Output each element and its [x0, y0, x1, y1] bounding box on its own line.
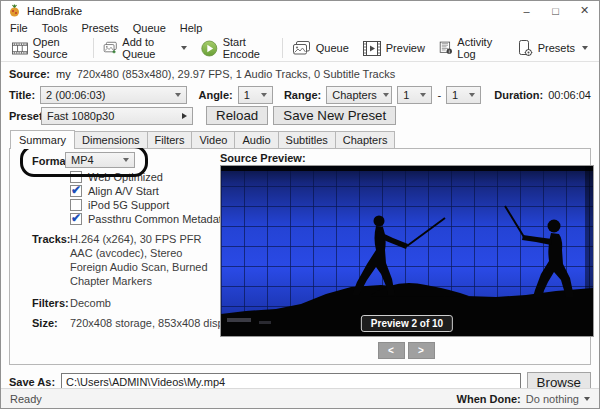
- source-details: 720x480 (853x480), 29.97 FPS, 1 Audio Tr…: [77, 68, 396, 80]
- range-type-select[interactable]: Chapters: [326, 86, 392, 104]
- open-source-label: Open Source: [33, 36, 84, 60]
- window-title: HandBrake: [27, 5, 82, 17]
- when-done-select[interactable]: Do nothing: [526, 393, 590, 405]
- save-as-label: Save As:: [9, 376, 55, 388]
- range-end-select[interactable]: 1: [446, 86, 481, 104]
- passthru-metadata-checkbox[interactable]: ✔ Passthru Common Metadata: [70, 212, 228, 225]
- menu-tools[interactable]: Tools: [35, 22, 75, 34]
- tab-chapters[interactable]: Chapters: [335, 131, 396, 148]
- format-select-value: MP4: [71, 154, 94, 166]
- preview-button[interactable]: Preview: [356, 37, 432, 59]
- title-bar: HandBrake – □ ✕: [1, 1, 599, 20]
- format-select[interactable]: MP4: [65, 152, 135, 168]
- open-source-button[interactable]: Open Source: [5, 37, 91, 59]
- source-preview-label: Source Preview:: [220, 152, 306, 164]
- range-end-value: 1: [452, 89, 458, 101]
- image-stack-icon: [292, 41, 311, 56]
- presets-button[interactable]: Presets: [509, 37, 595, 59]
- preset-label: Preset:: [9, 110, 36, 122]
- title-label: Title:: [9, 89, 35, 101]
- range-start-select[interactable]: 1: [397, 86, 432, 104]
- reload-button[interactable]: Reload: [206, 106, 268, 125]
- start-encode-label: Start Encode: [223, 36, 273, 60]
- align-av-start-checkbox[interactable]: ✔ Align A/V Start: [70, 184, 159, 197]
- close-button[interactable]: ✕: [570, 1, 599, 20]
- menu-queue[interactable]: Queue: [126, 22, 173, 34]
- menu-bar: File Tools Presets Queue Help: [1, 20, 599, 35]
- activity-log-button[interactable]: Activity Log: [432, 37, 509, 59]
- chevron-down-icon: [582, 46, 588, 50]
- maximize-button[interactable]: □: [541, 1, 570, 20]
- range-type-value: Chapters: [332, 89, 377, 101]
- start-encode-button[interactable]: Start Encode: [194, 37, 280, 59]
- preset-select[interactable]: Fast 1080p30: [41, 107, 193, 125]
- source-name: my: [56, 68, 71, 80]
- tab-filters[interactable]: Filters: [147, 131, 193, 148]
- checkbox-icon: [70, 199, 82, 211]
- range-start-value: 1: [403, 89, 409, 101]
- add-to-queue-button[interactable]: Add to Queue: [96, 37, 194, 59]
- track-line: H.264 (x264), 30 FPS PFR: [70, 233, 201, 245]
- checkbox-icon: ✔: [70, 213, 82, 225]
- status-bar: Ready When Done: Do nothing: [1, 388, 599, 408]
- fencers-preview-art: [221, 166, 593, 336]
- chevron-down-icon: [123, 158, 129, 162]
- tab-dimensions[interactable]: Dimensions: [74, 131, 147, 148]
- web-optimized-checkbox[interactable]: Web Optimized: [70, 170, 163, 183]
- tab-video[interactable]: Video: [191, 131, 235, 148]
- source-label: Source:: [9, 68, 50, 80]
- preview-counter-badge: Preview 2 of 10: [361, 315, 453, 332]
- title-row: Title: 2 (00:06:03) Angle: 1 Range: Chap…: [1, 85, 599, 104]
- range-separator: -: [437, 89, 441, 101]
- queue-label: Queue: [316, 42, 349, 54]
- filters-value: Decomb: [70, 297, 111, 309]
- tab-subtitles[interactable]: Subtitles: [278, 131, 336, 148]
- queue-button[interactable]: Queue: [285, 37, 356, 59]
- save-new-preset-button[interactable]: Save New Preset: [273, 106, 396, 125]
- add-to-queue-label: Add to Queue: [122, 36, 174, 60]
- preview-image: Preview 2 of 10: [220, 165, 594, 337]
- align-av-start-label: Align A/V Start: [88, 185, 159, 197]
- title-select[interactable]: 2 (00:06:03): [40, 86, 187, 104]
- preset-select-value: Fast 1080p30: [47, 110, 114, 122]
- minimize-button[interactable]: –: [512, 1, 541, 20]
- chevron-down-icon: [181, 46, 187, 50]
- checkbox-icon: ✔: [70, 185, 82, 197]
- ipod-5g-support-label: iPod 5G Support: [88, 199, 169, 211]
- add-to-queue-icon: [103, 40, 117, 56]
- next-preview-button[interactable]: >: [408, 342, 435, 359]
- track-line: Foreign Audio Scan, Burned: [70, 261, 208, 273]
- tab-summary[interactable]: Summary: [10, 130, 75, 149]
- toolbar-separator: [93, 38, 94, 58]
- ipod-5g-support-checkbox[interactable]: iPod 5G Support: [70, 198, 169, 211]
- activity-log-label: Activity Log: [457, 36, 501, 60]
- track-line: Chapter Markers: [70, 275, 152, 287]
- preset-row: Preset: Fast 1080p30 Reload Save New Pre…: [1, 106, 599, 125]
- presets-gear-icon: [516, 40, 533, 57]
- preview-navigation: < >: [220, 342, 592, 359]
- chevron-right-icon: [182, 113, 187, 119]
- tracks-label: Tracks:: [32, 233, 71, 245]
- preview-label: Preview: [386, 42, 425, 54]
- chevron-down-icon: [420, 93, 426, 97]
- filmstrip-icon: [12, 41, 28, 56]
- chevron-down-icon: [261, 93, 267, 97]
- film-frame-play-icon: [363, 41, 381, 56]
- duration-value: 00:06:04: [548, 89, 591, 101]
- tab-audio[interactable]: Audio: [234, 131, 278, 148]
- size-label: Size:: [32, 317, 58, 329]
- angle-select[interactable]: 1: [238, 86, 273, 104]
- track-line: AAC (avcodec), Stereo: [70, 247, 183, 259]
- activity-log-icon: [439, 40, 452, 56]
- when-done-value: Do nothing: [526, 393, 579, 405]
- summary-pane: Format: MP4 Web Optimized ✔ Align A/V St…: [9, 148, 591, 365]
- chevron-down-icon: [175, 93, 181, 97]
- checkbox-icon: [70, 171, 82, 183]
- menu-presets[interactable]: Presets: [74, 22, 125, 34]
- menu-file[interactable]: File: [3, 22, 35, 34]
- menu-help[interactable]: Help: [173, 22, 210, 34]
- handbrake-window: HandBrake – □ ✕ File Tools Presets Queue…: [0, 0, 600, 409]
- previous-preview-button[interactable]: <: [378, 342, 405, 359]
- angle-label: Angle:: [198, 89, 232, 101]
- title-select-value: 2 (00:06:03): [46, 89, 105, 101]
